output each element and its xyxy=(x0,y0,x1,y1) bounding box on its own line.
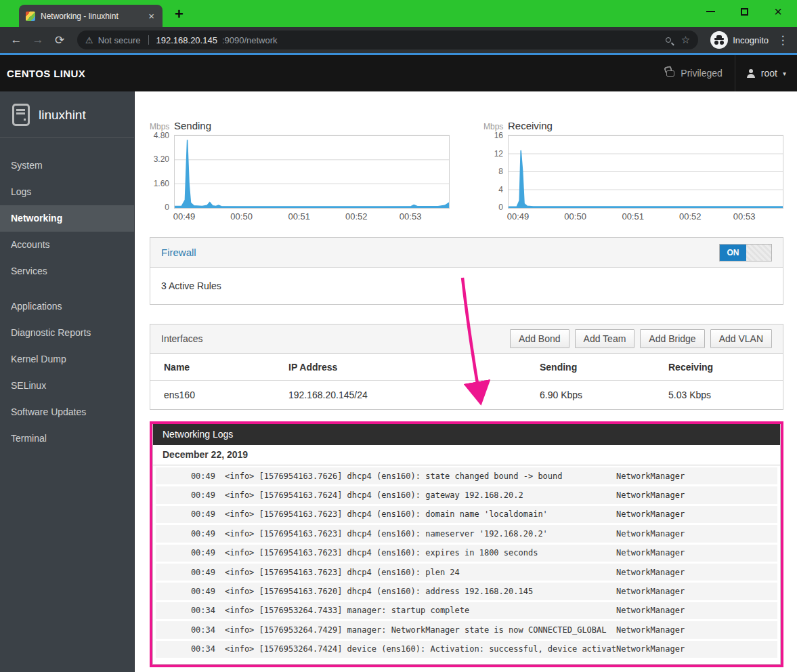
sidebar-item-logs[interactable]: Logs xyxy=(0,179,134,205)
receiving-chart-title: Receiving xyxy=(508,120,553,131)
column-header-name: Name xyxy=(164,362,288,373)
privileged-button[interactable]: Privileged xyxy=(654,68,734,79)
site-favicon xyxy=(26,12,35,21)
log-time: 00:49 xyxy=(156,529,215,539)
add-team-button[interactable]: Add Team xyxy=(575,329,635,348)
log-msg: <info> [1576954163.7620] dhcp4 (ens160):… xyxy=(215,587,616,596)
networking-logs-highlight-box: Networking Logs December 22, 2019 00:49<… xyxy=(150,421,783,667)
networking-logs-title: Networking Logs xyxy=(153,424,780,445)
window-maximize-button[interactable] xyxy=(737,8,751,16)
sending-chart: Mbps Sending 4.803.201.600 00:4900:5000:… xyxy=(150,120,450,222)
sidebar-item-applications[interactable]: Applications xyxy=(0,293,134,320)
address-bar[interactable]: ⚠ Not secure 192.168.20.145 :9090/networ… xyxy=(77,30,698,49)
tab-title: Networking - linuxhint xyxy=(41,12,142,21)
interface-row-ens160[interactable]: ens160192.168.20.145/246.90 Kbps5.03 Kbp… xyxy=(150,381,783,409)
user-menu[interactable]: root ▾ xyxy=(735,68,797,79)
omnibox-divider xyxy=(148,35,149,45)
log-entries: 00:49<info> [1576954163.7626] dhcp4 (ens… xyxy=(153,465,780,664)
firewall-toggle[interactable]: ON xyxy=(719,244,772,261)
tab-close-icon[interactable]: × xyxy=(147,10,156,22)
reload-button[interactable]: ⟳ xyxy=(50,33,69,47)
y-axis-tick: 1.60 xyxy=(154,179,169,188)
log-service: NetworkManager xyxy=(616,529,777,539)
chevron-down-icon: ▾ xyxy=(783,70,786,77)
interfaces-table-header: NameIP AddressSendingReceiving xyxy=(150,354,783,381)
log-entry[interactable]: 00:34<info> [1576953264.7429] manager: N… xyxy=(156,621,777,638)
log-msg: <info> [1576954163.7626] dhcp4 (ens160):… xyxy=(215,471,616,481)
sidebar-item-accounts[interactable]: Accounts xyxy=(0,232,134,258)
server-icon xyxy=(12,104,30,126)
log-time: 00:49 xyxy=(156,568,215,577)
firewall-panel: Firewall ON 3 Active Rules xyxy=(150,237,783,305)
sidebar-item-selinux[interactable]: SELinux xyxy=(0,373,134,399)
new-tab-button[interactable]: + xyxy=(175,5,184,23)
log-service: NetworkManager xyxy=(616,509,777,519)
add-bond-button[interactable]: Add Bond xyxy=(510,329,569,348)
window-minimize-button[interactable] xyxy=(704,11,717,12)
bookmark-star-icon[interactable]: ☆ xyxy=(681,34,690,46)
user-name: root xyxy=(761,68,777,79)
sending-chart-title: Sending xyxy=(174,120,211,131)
log-entry[interactable]: 00:49<info> [1576954163.7623] dhcp4 (ens… xyxy=(156,506,777,523)
x-axis-tick: 00:49 xyxy=(507,211,530,222)
log-msg: <info> [1576954163.7623] dhcp4 (ens160):… xyxy=(215,509,616,519)
log-msg: <info> [1576954163.7624] dhcp4 (ens160):… xyxy=(215,490,616,500)
os-brand-label: CENTOS LINUX xyxy=(0,68,85,79)
sidebar-item-diagnostic-reports[interactable]: Diagnostic Reports xyxy=(0,320,134,346)
column-header-receiving: Receiving xyxy=(668,362,783,373)
browser-tabstrip: Networking - linuxhint × + × xyxy=(0,0,797,27)
log-entry[interactable]: 00:49<info> [1576954163.7623] dhcp4 (ens… xyxy=(156,545,777,562)
sidebar-item-software-updates[interactable]: Software Updates xyxy=(0,399,134,425)
log-time: 00:34 xyxy=(156,625,215,635)
sidebar-item-kernel-dump[interactable]: Kernel Dump xyxy=(0,346,134,373)
receiving-chart: Mbps Receiving 1612840 00:4900:5000:5100… xyxy=(483,120,783,222)
log-entry[interactable]: 00:49<info> [1576954163.7626] dhcp4 (ens… xyxy=(156,467,777,484)
sidebar-item-terminal[interactable]: Terminal xyxy=(0,425,134,452)
y-axis-tick: 0 xyxy=(165,203,169,212)
column-header-ip-address: IP Address xyxy=(288,362,540,373)
log-service: NetworkManager xyxy=(616,548,777,558)
url-host: 192.168.20.145 xyxy=(156,35,217,45)
add-bridge-button[interactable]: Add Bridge xyxy=(640,329,704,348)
x-axis-tick: 00:50 xyxy=(230,211,253,222)
log-msg: <info> [1576953264.7429] manager: Networ… xyxy=(215,625,616,635)
log-time: 00:49 xyxy=(156,548,215,558)
log-entry[interactable]: 00:49<info> [1576954163.7624] dhcp4 (ens… xyxy=(156,486,777,503)
browser-menu-icon[interactable]: ⋮ xyxy=(775,33,790,47)
log-entry[interactable]: 00:34<info> [1576953264.7433] manager: s… xyxy=(156,602,777,619)
back-button[interactable]: ← xyxy=(7,33,26,47)
y-axis-tick: 12 xyxy=(494,149,503,159)
add-vlan-button[interactable]: Add VLAN xyxy=(710,329,772,348)
cell: 5.03 Kbps xyxy=(668,390,783,400)
sidebar-item-system[interactable]: System xyxy=(0,152,134,179)
sidebar-item-networking[interactable]: Networking xyxy=(0,205,134,232)
log-msg: <info> [1576953264.7424] device (ens160)… xyxy=(215,644,616,654)
incognito-badge: Incognito xyxy=(710,31,769,49)
log-entry[interactable]: 00:49<info> [1576954163.7623] dhcp4 (ens… xyxy=(156,564,777,581)
log-service: NetworkManager xyxy=(616,471,777,481)
not-secure-label: Not secure xyxy=(98,35,141,45)
x-axis-tick: 00:51 xyxy=(622,211,644,222)
forward-button[interactable]: → xyxy=(28,33,47,47)
y-axis-tick: 4 xyxy=(498,185,503,194)
log-service: NetworkManager xyxy=(616,568,777,577)
y-axis-tick: 8 xyxy=(498,167,503,176)
unlock-icon xyxy=(666,70,674,77)
log-entry[interactable]: 00:34<info> [1576953264.7424] device (en… xyxy=(156,641,777,658)
firewall-link[interactable]: Firewall xyxy=(161,247,196,258)
y-axis-tick: 4.80 xyxy=(154,131,169,140)
log-msg: <info> [1576953264.7433] manager: startu… xyxy=(215,606,616,615)
x-axis-tick: 00:49 xyxy=(173,211,196,222)
log-time: 00:49 xyxy=(156,471,215,481)
sidebar-item-services[interactable]: Services xyxy=(0,258,134,285)
sidebar: linuxhint SystemLogsNetworkingAccountsSe… xyxy=(0,91,135,672)
window-close-button[interactable]: × xyxy=(771,5,785,18)
browser-tab[interactable]: Networking - linuxhint × xyxy=(19,5,163,27)
hostname-label: linuxhint xyxy=(39,108,86,123)
log-entry[interactable]: 00:49<info> [1576954163.7620] dhcp4 (ens… xyxy=(156,583,777,600)
cell: 192.168.20.145/24 xyxy=(288,390,540,400)
log-time: 00:34 xyxy=(156,644,215,654)
log-entry[interactable]: 00:49<info> [1576954163.7623] dhcp4 (ens… xyxy=(156,525,777,542)
zoom-icon[interactable] xyxy=(666,37,671,43)
log-time: 00:49 xyxy=(156,509,215,519)
